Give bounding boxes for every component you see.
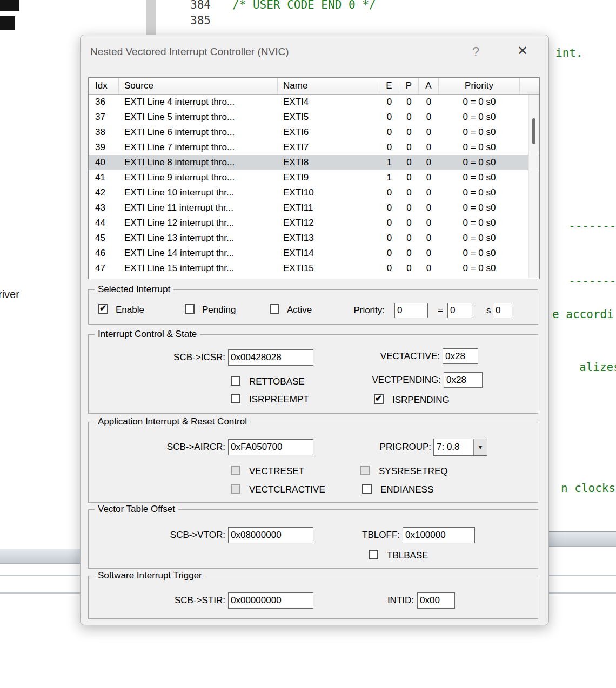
priority-input[interactable] xyxy=(394,303,428,318)
table-row[interactable]: 36EXTI Line 4 interrupt thro...EXTI40000… xyxy=(89,95,539,110)
column-header-a[interactable]: A xyxy=(419,78,439,94)
table-cell: 0 xyxy=(399,215,419,231)
table-cell: 0 = 0 s0 xyxy=(439,140,520,155)
rettobase-checkbox-label: RETTOBASE xyxy=(249,376,305,387)
table-cell: 0 = 0 s0 xyxy=(439,200,520,215)
rettobase-checkbox[interactable] xyxy=(231,376,240,386)
table-cell: 45 xyxy=(89,231,119,246)
enable-checkbox[interactable] xyxy=(98,304,108,314)
column-header-source[interactable]: Source xyxy=(119,78,278,94)
table-row[interactable]: 46EXTI Line 14 interrupt thr...EXTI14000… xyxy=(89,246,539,261)
table-scrollbar[interactable] xyxy=(528,95,539,278)
stir-input[interactable] xyxy=(228,592,313,609)
vtor-label: SCB->VTOR: xyxy=(110,530,225,541)
column-header-filler xyxy=(520,78,539,94)
scrollbar-thumb[interactable] xyxy=(532,118,535,144)
column-header-p[interactable]: P xyxy=(399,78,419,94)
table-cell: EXTI Line 5 interrupt thro... xyxy=(119,110,278,125)
table-cell: EXTI14 xyxy=(278,246,379,261)
table-cell: EXTI6 xyxy=(278,125,379,140)
table-row[interactable]: 42EXTI Line 10 interrupt thr...EXTI10000… xyxy=(89,185,539,200)
table-cell: EXTI11 xyxy=(278,200,379,215)
table-cell: 0 xyxy=(419,170,439,185)
table-cell: 0 xyxy=(419,246,439,261)
table-cell: EXTI4 xyxy=(278,95,379,110)
table-cell: 0 xyxy=(419,231,439,246)
prigroup-dropdown-value: 7: 0.8 xyxy=(434,442,473,453)
table-cell: EXTI Line 13 interrupt thr... xyxy=(119,231,278,246)
prigroup-dropdown[interactable]: 7: 0.8 ▼ xyxy=(433,439,487,456)
vectpending-input[interactable] xyxy=(444,372,483,388)
table-cell: 0 xyxy=(399,125,419,140)
tbloff-label: TBLOFF: xyxy=(321,530,400,541)
table-cell: EXTI10 xyxy=(278,185,379,200)
interrupt-control-state-group: Interrupt Control & State SCB->ICSR: VEC… xyxy=(88,334,538,414)
table-cell: 0 xyxy=(379,125,399,140)
table-cell: 46 xyxy=(89,246,119,261)
table-cell: 1 xyxy=(379,170,399,185)
table-row[interactable]: 38EXTI Line 6 interrupt thro...EXTI60000… xyxy=(89,125,539,140)
table-cell: 0 xyxy=(379,140,399,155)
column-header-e[interactable]: E xyxy=(379,78,399,94)
table-cell: 0 xyxy=(379,185,399,200)
table-row[interactable]: 40EXTI Line 8 interrupt thro...EXTI81000… xyxy=(89,155,539,170)
dialog-title: Nested Vectored Interrupt Controller (NV… xyxy=(90,46,289,58)
active-checkbox-label: Active xyxy=(287,305,312,315)
priority-group-input[interactable] xyxy=(447,303,472,318)
table-cell: 0 = 0 s0 xyxy=(439,170,520,185)
help-icon[interactable]: ? xyxy=(472,45,479,59)
table-cell: 39 xyxy=(89,140,119,155)
interrupt-table: Idx Source Name E P A Priority 36EXTI Li… xyxy=(88,77,540,279)
priority-sub-label: s xyxy=(486,305,491,316)
table-row[interactable]: 44EXTI Line 12 interrupt thr...EXTI12000… xyxy=(89,215,539,231)
tblbase-checkbox-label: TBLBASE xyxy=(387,550,428,561)
table-cell: 0 xyxy=(399,246,419,261)
table-cell: EXTI12 xyxy=(278,215,379,231)
priority-sub-input[interactable] xyxy=(493,303,512,318)
table-cell: EXTI Line 8 interrupt thro... xyxy=(119,155,278,170)
isrpreempt-checkbox[interactable] xyxy=(231,394,240,403)
table-cell: 0 xyxy=(399,155,419,170)
active-checkbox[interactable] xyxy=(270,304,279,314)
table-row[interactable]: 37EXTI Line 5 interrupt thro...EXTI50000… xyxy=(89,110,539,125)
vectpending-label: VECTPENDING: xyxy=(326,375,441,386)
column-header-name[interactable]: Name xyxy=(278,78,379,94)
table-cell: 0 xyxy=(399,185,419,200)
background-splitter-band-left xyxy=(0,549,86,564)
tbloff-input[interactable] xyxy=(403,527,475,543)
table-cell: 0 xyxy=(379,261,399,276)
table-cell: EXTI Line 9 interrupt thro... xyxy=(119,170,278,185)
intid-input[interactable] xyxy=(417,592,455,609)
tblbase-checkbox[interactable] xyxy=(369,550,378,559)
vectactive-input[interactable] xyxy=(443,348,478,364)
table-cell: 41 xyxy=(89,170,119,185)
table-cell: 0 xyxy=(399,261,419,276)
table-row[interactable]: 45EXTI Line 13 interrupt thr...EXTI13000… xyxy=(89,231,539,246)
table-row[interactable]: 39EXTI Line 7 interrupt thro...EXTI70000… xyxy=(89,140,539,155)
column-header-priority[interactable]: Priority xyxy=(439,78,520,94)
table-cell: 0 xyxy=(379,231,399,246)
column-header-idx[interactable]: Idx xyxy=(89,78,119,94)
endianess-checkbox[interactable] xyxy=(362,484,372,494)
table-cell: 0 xyxy=(419,125,439,140)
table-cell: 0 xyxy=(379,246,399,261)
table-cell: EXTI8 xyxy=(278,155,379,170)
vtor-input[interactable] xyxy=(228,527,313,543)
close-icon[interactable]: ✕ xyxy=(517,43,528,58)
table-row[interactable]: 47EXTI Line 15 interrupt thr...EXTI15000… xyxy=(89,261,539,276)
table-row[interactable]: 43EXTI Line 11 interrupt thr...EXTI11000… xyxy=(89,200,539,215)
chevron-down-icon[interactable]: ▼ xyxy=(473,439,487,455)
table-cell: 37 xyxy=(89,110,119,125)
table-cell: 0 xyxy=(399,110,419,125)
intid-label: INTID: xyxy=(332,595,414,606)
icsr-input[interactable] xyxy=(228,349,313,366)
aircr-input[interactable] xyxy=(228,439,313,455)
pending-checkbox[interactable] xyxy=(185,304,195,314)
group-legend: Vector Table Offset xyxy=(95,504,178,515)
table-cell: 0 xyxy=(419,185,439,200)
table-row[interactable]: 41EXTI Line 9 interrupt thro...EXTI91000… xyxy=(89,170,539,185)
table-cell: 0 = 0 s0 xyxy=(439,261,520,276)
isrpending-checkbox[interactable] xyxy=(374,394,384,404)
table-cell: EXTI Line 6 interrupt thro... xyxy=(119,125,278,140)
table-cell: 0 xyxy=(399,200,419,215)
